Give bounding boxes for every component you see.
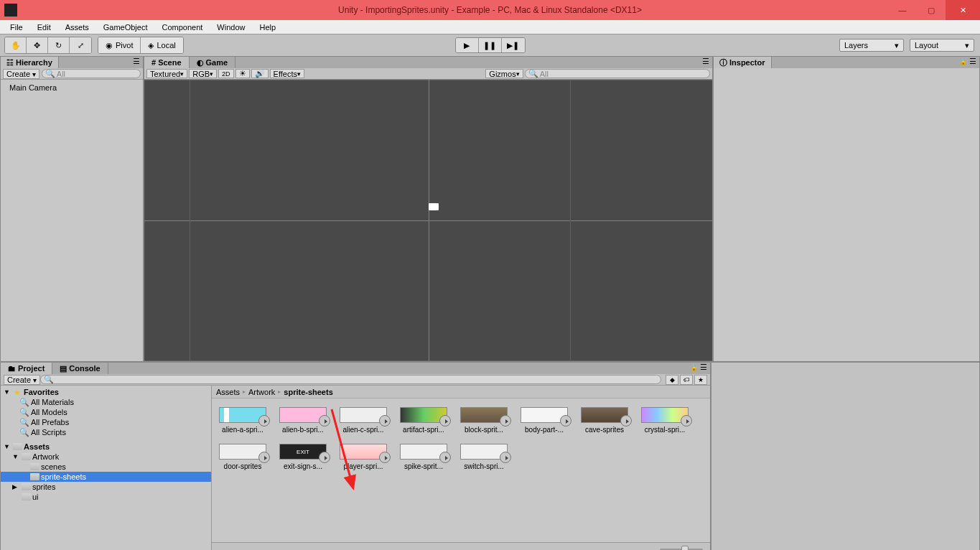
inspector-lock-icon[interactable]: 🔒 ☰ bbox=[956, 57, 979, 68]
inspector-tab[interactable]: ⓘInspector bbox=[714, 57, 772, 68]
layout-dropdown[interactable]: Layout▾ bbox=[910, 39, 974, 52]
asset-item[interactable]: cave-sprites bbox=[578, 407, 631, 434]
asset-item[interactable]: crystal-spri... bbox=[638, 407, 691, 434]
folder-icon bbox=[21, 483, 31, 491]
asset-item[interactable]: spike-sprit... bbox=[397, 444, 450, 470]
sprite-thumbnail bbox=[340, 444, 387, 460]
favorite-item[interactable]: 🔍All Scripts bbox=[1, 427, 211, 437]
project-tree: ▼★Favorites 🔍All Materials 🔍All Models 🔍… bbox=[1, 386, 212, 550]
menu-help[interactable]: Help bbox=[252, 22, 283, 33]
asset-item[interactable]: body-part-... bbox=[518, 407, 571, 434]
asset-item[interactable]: EXITexit-sign-s... bbox=[276, 444, 330, 470]
2d-toggle[interactable]: 2D bbox=[218, 69, 234, 78]
play-button[interactable]: ▶ bbox=[456, 38, 479, 52]
asset-item[interactable]: player-spri... bbox=[337, 444, 390, 470]
slider-thumb[interactable] bbox=[681, 546, 689, 551]
hierarchy-search-input[interactable]: 🔍All bbox=[42, 69, 141, 78]
effects-dropdown[interactable]: Effects ▾ bbox=[270, 69, 304, 78]
breadcrumb-item[interactable]: Assets bbox=[216, 388, 240, 396]
breadcrumb-item[interactable]: sprite-sheets bbox=[284, 388, 332, 396]
menu-gameobject[interactable]: GameObject bbox=[96, 22, 155, 33]
step-button[interactable]: ▶❚ bbox=[502, 38, 525, 52]
lighting-toggle[interactable]: ☀ bbox=[235, 69, 250, 78]
tree-folder[interactable]: ▶sprites bbox=[1, 482, 211, 492]
scene-search-input[interactable]: 🔍All bbox=[525, 69, 710, 78]
asset-item[interactable]: alien-c-spri... bbox=[337, 407, 390, 434]
asset-item[interactable]: switch-spri... bbox=[457, 444, 510, 470]
panel-menu-icon[interactable]: 🔒 ☰ bbox=[687, 363, 710, 374]
tree-folder[interactable]: ui bbox=[1, 492, 211, 502]
layers-dropdown[interactable]: Layers▾ bbox=[839, 39, 904, 52]
render-mode-dropdown[interactable]: RGB ▾ bbox=[189, 69, 217, 78]
asset-item[interactable]: door-sprites bbox=[216, 444, 269, 470]
inspector-content bbox=[714, 68, 979, 361]
project-create-button[interactable]: Create ▾ bbox=[4, 375, 40, 385]
hierarchy-panel: ☷Hierarchy ☰ Create ▾ 🔍All Main Camera bbox=[0, 56, 144, 362]
scale-tool[interactable]: ⤢ bbox=[70, 37, 91, 53]
search-by-label-button[interactable]: 🏷 bbox=[680, 375, 693, 385]
breadcrumb-item[interactable]: Artwork bbox=[248, 388, 275, 396]
local-icon: ◈ bbox=[148, 41, 154, 50]
sun-icon: ☀ bbox=[239, 69, 246, 78]
panel-menu-icon[interactable]: ☰ bbox=[130, 57, 143, 68]
asset-item[interactable]: alien-a-spri... bbox=[216, 407, 269, 434]
scene-tab[interactable]: #Scene bbox=[144, 57, 190, 68]
gizmos-dropdown[interactable]: Gizmos ▾ bbox=[485, 69, 523, 78]
asset-item[interactable]: block-sprit... bbox=[457, 407, 510, 434]
sprite-thumbnail bbox=[400, 444, 447, 460]
scene-icon: # bbox=[151, 58, 156, 67]
audio-toggle[interactable]: 🔊 bbox=[251, 69, 269, 78]
console-tab[interactable]: ▤Console bbox=[52, 363, 108, 374]
close-button[interactable]: ✕ bbox=[946, 0, 980, 20]
local-button[interactable]: ◈Local bbox=[141, 37, 182, 53]
rotate-tool[interactable]: ↻ bbox=[48, 37, 70, 53]
folder-icon bbox=[21, 493, 31, 501]
sprite-thumbnail bbox=[219, 407, 266, 423]
menu-file[interactable]: File bbox=[3, 22, 30, 33]
assets-header[interactable]: ▼Assets bbox=[1, 442, 211, 452]
panel-menu-icon[interactable]: ☰ bbox=[699, 57, 712, 68]
hierarchy-tab[interactable]: ☷Hierarchy bbox=[1, 57, 59, 68]
game-icon: ◐ bbox=[197, 58, 204, 67]
folder-icon bbox=[12, 442, 22, 451]
pivot-button[interactable]: ◉Pivot bbox=[98, 37, 141, 53]
hierarchy-item[interactable]: Main Camera bbox=[4, 83, 140, 93]
tree-folder[interactable]: ▼Artwork bbox=[1, 452, 211, 462]
play-icon: ▶ bbox=[464, 41, 470, 50]
pause-button[interactable]: ❚❚ bbox=[479, 38, 502, 52]
favorite-item[interactable]: 🔍All Prefabs bbox=[1, 417, 211, 427]
sprite-thumbnail: EXIT bbox=[279, 444, 327, 460]
pivot-group: ◉Pivot ◈Local bbox=[98, 37, 184, 54]
project-tab[interactable]: 🖿Project bbox=[1, 363, 52, 374]
sprite-thumbnail bbox=[641, 407, 689, 423]
favorite-item[interactable]: 🔍All Materials bbox=[1, 397, 211, 407]
hand-tool[interactable]: ✋ bbox=[5, 37, 27, 53]
tree-folder[interactable]: scenes bbox=[1, 462, 211, 472]
search-by-type-button[interactable]: ◆ bbox=[666, 375, 678, 385]
favorite-item[interactable]: 🔍All Models bbox=[1, 407, 211, 417]
menu-assets[interactable]: Assets bbox=[58, 22, 96, 33]
unity-logo-icon bbox=[4, 4, 17, 17]
menubar: File Edit Assets GameObject Component Wi… bbox=[0, 20, 980, 34]
tree-folder-selected[interactable]: sprite-sheets bbox=[1, 472, 211, 482]
minimize-button[interactable]: — bbox=[888, 0, 917, 20]
sprite-thumbnail bbox=[521, 407, 568, 423]
breadcrumb: Assets▸ Artwork▸ sprite-sheets bbox=[212, 386, 710, 398]
asset-item[interactable]: artifact-spri... bbox=[397, 407, 450, 434]
scene-viewport[interactable] bbox=[144, 80, 712, 361]
shading-mode-dropdown[interactable]: Textured ▾ bbox=[146, 69, 187, 78]
project-search-input[interactable]: 🔍 bbox=[40, 375, 661, 384]
asset-item[interactable]: alien-b-spri... bbox=[276, 407, 330, 434]
menu-window[interactable]: Window bbox=[210, 22, 252, 33]
favorites-header[interactable]: ▼★Favorites bbox=[1, 387, 211, 397]
game-tab[interactable]: ◐Game bbox=[190, 57, 236, 68]
hierarchy-create-button[interactable]: Create ▾ bbox=[3, 69, 39, 79]
menu-component[interactable]: Component bbox=[154, 22, 210, 33]
scale-icon: ⤢ bbox=[78, 41, 84, 50]
maximize-button[interactable]: ▢ bbox=[917, 0, 946, 20]
move-tool[interactable]: ✥ bbox=[27, 37, 48, 53]
star-icon: ★ bbox=[12, 388, 22, 396]
save-search-button[interactable]: ★ bbox=[694, 375, 707, 385]
pivot-icon: ◉ bbox=[106, 41, 113, 50]
menu-edit[interactable]: Edit bbox=[30, 22, 58, 33]
